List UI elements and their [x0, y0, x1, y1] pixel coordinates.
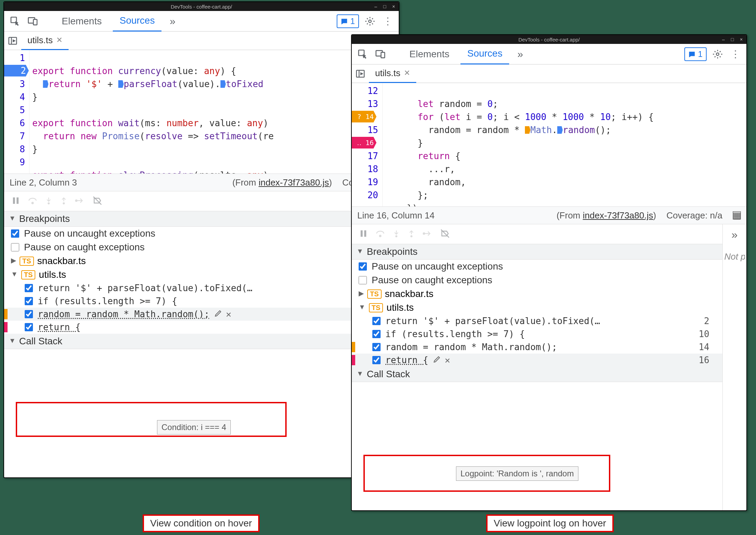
callstack-section[interactable]: Call Stack [352, 367, 722, 382]
linenum[interactable]: 13 [368, 99, 378, 109]
deactivate-bp-icon[interactable] [92, 196, 103, 207]
breakpoint-row[interactable]: if (results.length >= 7) { 10 [352, 328, 722, 341]
minimize-icon[interactable]: – [372, 4, 379, 9]
linenum[interactable]: 5 [20, 105, 25, 115]
tab-sources[interactable]: Sources [460, 44, 509, 64]
step-out-icon[interactable] [407, 229, 416, 240]
breakpoint-row[interactable]: return { 16 [4, 321, 399, 334]
inspect-icon[interactable] [356, 47, 370, 61]
pause-uncaught-row[interactable]: Pause on uncaught exceptions [352, 260, 722, 273]
pause-caught-checkbox[interactable] [359, 276, 367, 284]
bp-checkbox[interactable] [25, 297, 33, 305]
inspect-icon[interactable] [8, 14, 22, 28]
code-editor[interactable]: 1 2 3 4 5 6 7 8 9 export function curren… [4, 50, 399, 174]
pause-caught-checkbox[interactable] [11, 243, 19, 251]
linenum[interactable]: 9 [20, 157, 25, 167]
linenum[interactable]: 4 [20, 92, 25, 102]
step-out-icon[interactable] [60, 196, 68, 207]
step-icon[interactable] [75, 196, 85, 207]
file-tab-utils[interactable]: utils.ts ✕ [21, 32, 69, 50]
source-map-link[interactable]: index-73f73a80.js [583, 210, 653, 221]
conditional-bp-flag[interactable]: ? 14 [352, 111, 376, 122]
linenum[interactable]: 6 [20, 118, 25, 128]
step-into-icon[interactable] [45, 196, 53, 207]
step-icon[interactable] [422, 229, 433, 240]
pause-icon[interactable] [359, 229, 368, 240]
file-group-utils[interactable]: TS utils.ts [352, 301, 722, 314]
close-icon[interactable]: × [738, 37, 745, 42]
delete-icon[interactable]: ✕ [226, 309, 231, 319]
file-group-snackbar[interactable]: TS snackbar.ts [4, 254, 399, 268]
breakpoint-row[interactable]: if (results.length >= 7) { 10 [4, 295, 399, 308]
pause-caught-row[interactable]: Pause on caught exceptions [352, 273, 722, 287]
device-icon[interactable] [26, 14, 40, 28]
kebab-icon[interactable]: ⋮ [381, 14, 395, 28]
callstack-section[interactable]: Call Stack [4, 334, 399, 349]
pause-uncaught-checkbox[interactable] [11, 229, 19, 238]
breakpoints-section[interactable]: Breakpoints [352, 244, 722, 260]
gutter[interactable]: 12 13 ? 14 15 ‥ 16 17 18 19 20 [352, 83, 383, 206]
linenum[interactable]: 7 [20, 131, 25, 141]
settings-icon[interactable] [363, 14, 377, 28]
source-map-link[interactable]: index-73f73a80.js [259, 177, 329, 188]
code-editor[interactable]: 12 13 ? 14 15 ‥ 16 17 18 19 20 let rando… [352, 83, 746, 206]
linenum[interactable]: 20 [368, 190, 378, 200]
step-into-icon[interactable] [392, 229, 400, 240]
kebab-icon[interactable]: ⋮ [729, 47, 742, 61]
close-tab-icon[interactable]: ✕ [404, 69, 410, 78]
titlebar[interactable]: DevTools - coffee-cart.app/ – □ × [4, 2, 399, 11]
bp-checkbox[interactable] [372, 356, 381, 364]
edit-icon[interactable] [433, 355, 441, 365]
bp-checkbox[interactable] [372, 317, 381, 325]
linenum[interactable]: 18 [368, 164, 378, 174]
pause-uncaught-checkbox[interactable] [359, 262, 367, 271]
expand-icon[interactable]: » [732, 228, 738, 241]
maximize-icon[interactable]: □ [381, 4, 388, 9]
pause-uncaught-row[interactable]: Pause on uncaught exceptions [4, 227, 399, 240]
bp-checkbox[interactable] [25, 284, 33, 292]
code-content[interactable]: let random = 0; for (let i = 0; i < 1000… [383, 83, 657, 206]
bp-checkbox[interactable] [25, 323, 33, 331]
bp-checkbox[interactable] [372, 343, 381, 351]
tab-sources[interactable]: Sources [113, 11, 162, 32]
step-over-icon[interactable] [375, 229, 385, 240]
breakpoint-row-hovered[interactable]: random = random * Math.random(); ✕ 14 [4, 308, 399, 321]
coverage-icon[interactable]: ▦ [733, 211, 741, 219]
breakpoint-row[interactable]: return '$' + parseFloat(value).toFixed(…… [352, 314, 722, 328]
close-icon[interactable]: × [390, 4, 397, 9]
linenum[interactable]: 1 [20, 53, 25, 63]
linenum[interactable]: 15 [368, 125, 378, 135]
logpoint-flag[interactable]: ‥ 16 [352, 137, 376, 148]
show-navigator-icon[interactable] [352, 69, 369, 79]
breakpoint-row[interactable]: random = random * Math.random(); 14 [352, 341, 722, 354]
minimize-icon[interactable]: – [720, 37, 727, 42]
show-navigator-icon[interactable] [4, 36, 21, 46]
tab-elements[interactable]: Elements [403, 44, 456, 64]
pause-caught-row[interactable]: Pause on caught exceptions [4, 240, 399, 254]
breakpoint-flag[interactable]: 2 [4, 65, 29, 76]
maximize-icon[interactable]: □ [729, 37, 736, 42]
breakpoint-row[interactable]: return '$' + parseFloat(value).toFixed(…… [4, 282, 399, 295]
more-tabs-icon[interactable]: » [166, 14, 179, 28]
code-content[interactable]: export function currency(value: any) { r… [29, 50, 276, 174]
delete-icon[interactable]: ✕ [445, 355, 450, 365]
gutter[interactable]: 1 2 3 4 5 6 7 8 9 [4, 50, 29, 174]
titlebar[interactable]: DevTools - coffee-cart.app/ – □ × [352, 35, 746, 44]
file-group-snackbar[interactable]: TS snackbar.ts [352, 287, 722, 301]
pause-icon[interactable] [11, 196, 21, 207]
settings-icon[interactable] [711, 47, 724, 61]
linenum[interactable]: 12 [368, 86, 378, 96]
issues-badge[interactable]: 1 [337, 14, 359, 28]
linenum[interactable]: 17 [368, 151, 378, 161]
close-tab-icon[interactable]: ✕ [56, 36, 62, 45]
bp-checkbox[interactable] [25, 310, 33, 318]
bp-checkbox[interactable] [372, 330, 381, 338]
device-icon[interactable] [374, 47, 387, 61]
breakpoints-section[interactable]: Breakpoints [4, 211, 399, 227]
breakpoint-row-hovered[interactable]: return { ✕ 16 [352, 354, 722, 367]
file-group-utils[interactable]: TS utils.ts [4, 268, 399, 282]
linenum[interactable]: 19 [368, 177, 378, 187]
edit-icon[interactable] [214, 309, 223, 319]
issues-badge[interactable]: 1 [684, 47, 707, 61]
more-tabs-icon[interactable]: » [513, 47, 527, 61]
